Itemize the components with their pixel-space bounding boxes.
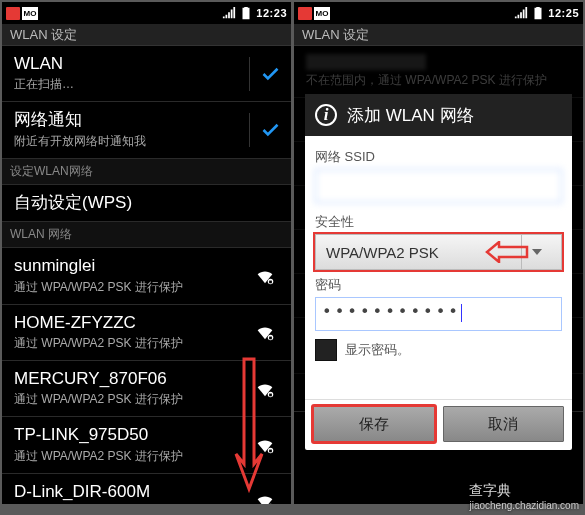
battery-icon: [239, 6, 253, 20]
clock: 12:25: [548, 7, 579, 19]
screen-wlan-settings: MO 12:23 WLAN 设定 WLAN 正在扫描… 网络通知 附近有开放网络…: [2, 2, 291, 504]
network-ssid: HOME-ZFYZZC: [14, 313, 249, 333]
network-security: 通过 WPA/WPA2 PSK 进行保护: [14, 279, 249, 296]
network-security: 通过 WPA/WPA2 PSK 进行保护: [14, 448, 249, 465]
save-button[interactable]: 保存: [313, 406, 435, 442]
add-wlan-dialog: i 添加 WLAN 网络 网络 SSID 安全性 WPA/WPA2 PSK 密码…: [305, 94, 572, 450]
wlan-title: WLAN: [14, 54, 249, 74]
wifi-lock-icon: [249, 265, 281, 287]
screen-add-network: MO 12:25 WLAN 设定 不在范围内，通过 WPA/WPA2 PSK 进…: [294, 2, 583, 504]
wlan-toggle-row[interactable]: WLAN 正在扫描…: [2, 46, 291, 102]
svg-rect-1: [269, 280, 272, 283]
signal-icon: [222, 6, 236, 20]
password-dots: •••••••••••: [322, 302, 461, 321]
network-security: 不在范围内，通过 WPA/WPA2 PSK 进行保护: [306, 72, 573, 89]
svg-rect-3: [269, 337, 272, 340]
section-networks: WLAN 网络: [2, 222, 291, 248]
show-password-checkbox[interactable]: [315, 339, 337, 361]
page-title: WLAN 设定: [2, 24, 291, 46]
network-ssid: sunminglei: [14, 256, 249, 276]
info-icon: i: [315, 104, 337, 126]
section-settings: 设定WLAN网络: [2, 159, 291, 185]
network-notify-row[interactable]: 网络通知 附近有开放网络时通知我: [2, 102, 291, 158]
auto-wps-title: 自动设定(WPS): [14, 193, 281, 213]
dialog-title: 添加 WLAN 网络: [347, 104, 474, 127]
svg-rect-7: [269, 450, 272, 453]
status-bar: MO 12:23: [2, 2, 291, 24]
wlan-checkbox[interactable]: [249, 57, 281, 91]
password-input[interactable]: •••••••••••: [315, 297, 562, 331]
blurred-ssid: [306, 54, 426, 70]
security-label: 安全性: [315, 213, 562, 231]
wlan-sub: 正在扫描…: [14, 76, 249, 93]
network-ssid: MERCURY_870F06: [14, 369, 249, 389]
network-security: 通过 WPA/WPA2 PSK 进行保护: [14, 391, 249, 408]
net-badge-icon: MO: [22, 7, 38, 20]
notif-icon: [298, 7, 312, 20]
notify-checkbox[interactable]: [249, 113, 281, 147]
cancel-button[interactable]: 取消: [443, 406, 565, 442]
dialog-header: i 添加 WLAN 网络: [305, 94, 572, 136]
show-password-label: 显示密码。: [345, 341, 410, 359]
watermark: 查字典 jiaocheng.chazidian.com: [469, 482, 579, 511]
status-bar: MO 12:25: [294, 2, 583, 24]
notify-sub: 附近有开放网络时通知我: [14, 133, 249, 150]
signal-icon: [514, 6, 528, 20]
ssid-label: 网络 SSID: [315, 148, 562, 166]
auto-wps-row[interactable]: 自动设定(WPS): [2, 185, 291, 222]
page-title: WLAN 设定: [294, 24, 583, 46]
security-select[interactable]: WPA/WPA2 PSK: [315, 234, 562, 270]
network-row[interactable]: sunminglei 通过 WPA/WPA2 PSK 进行保护: [2, 248, 291, 304]
svg-rect-5: [269, 393, 272, 396]
annotation-arrow-left-icon: [485, 241, 529, 263]
network-ssid: TP-LINK_975D50: [14, 425, 249, 445]
annotation-arrow-down-icon: [234, 354, 264, 494]
network-row[interactable]: HOME-ZFYZZC 通过 WPA/WPA2 PSK 进行保护: [2, 305, 291, 361]
password-label: 密码: [315, 276, 562, 294]
wifi-lock-icon: [249, 321, 281, 343]
clock: 12:23: [256, 7, 287, 19]
notif-icon: [6, 7, 20, 20]
network-row: 不在范围内，通过 WPA/WPA2 PSK 进行保护: [294, 46, 583, 98]
network-security: 通过 WPA/WPA2 PSK 进行保护: [14, 335, 249, 352]
network-ssid: D-Link_DIR-600M: [14, 482, 249, 502]
battery-icon: [531, 6, 545, 20]
ssid-input[interactable]: [315, 169, 562, 203]
watermark-url: jiaocheng.chazidian.com: [469, 500, 579, 511]
watermark-text: 查字典: [469, 482, 511, 498]
notify-title: 网络通知: [14, 110, 249, 130]
net-badge-icon: MO: [314, 7, 330, 20]
